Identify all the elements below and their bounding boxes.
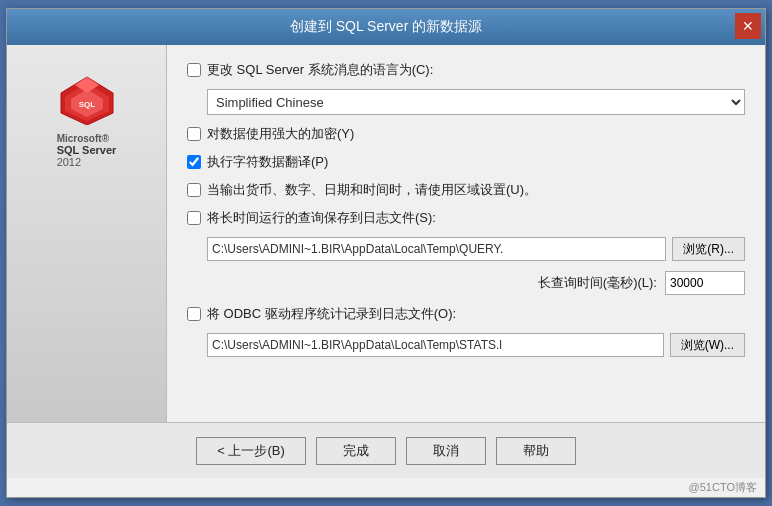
logo-server-label: SQL Server [57,144,117,156]
strong-encryption-row: 对数据使用强大的加密(Y) [187,125,745,143]
finish-button[interactable]: 完成 [316,437,396,465]
logo-sql-label: Microsoft® [57,133,117,144]
browse-w-button[interactable]: 浏览(W)... [670,333,745,357]
close-button[interactable]: ✕ [735,13,761,39]
watermark: @51CTO博客 [7,478,765,497]
strong-encryption-checkbox[interactable] [187,127,201,141]
sidebar: SQL Microsoft® SQL Server 2012 [7,45,167,422]
odbc-stats-log-label[interactable]: 将 ODBC 驱动程序统计记录到日志文件(O): [207,305,456,323]
language-dropdown-row: Simplified Chinese [207,89,745,115]
sqlserver-logo-icon: SQL [57,75,117,125]
sidebar-logo: SQL Microsoft® SQL Server 2012 [57,75,117,168]
odbc-stats-log-row: 将 ODBC 驱动程序统计记录到日志文件(O): [187,305,745,323]
footer: < 上一步(B) 完成 取消 帮助 [7,422,765,478]
long-query-path-input[interactable] [207,237,666,261]
language-change-row: 更改 SQL Server 系统消息的语言为(C): [187,61,745,79]
brand-text: Microsoft® SQL Server 2012 [57,133,117,168]
locale-checkbox[interactable] [187,183,201,197]
locale-row: 当输出货币、数字、日期和时间时，请使用区域设置(U)。 [187,181,745,199]
long-query-log-label[interactable]: 将长时间运行的查询保存到日志文件(S): [207,209,436,227]
timeout-label: 长查询时间(毫秒)(L): [538,274,657,292]
translate-char-row: 执行字符数据翻译(P) [187,153,745,171]
dialog-title: 创建到 SQL Server 的新数据源 [290,18,482,36]
language-change-checkbox[interactable] [187,63,201,77]
dialog-content: SQL Microsoft® SQL Server 2012 更改 SQL Se… [7,45,765,422]
strong-encryption-label[interactable]: 对数据使用强大的加密(Y) [207,125,354,143]
browse-r-button[interactable]: 浏览(R)... [672,237,745,261]
svg-text:SQL: SQL [78,100,95,109]
translate-char-checkbox[interactable] [187,155,201,169]
back-button[interactable]: < 上一步(B) [196,437,306,465]
cancel-button[interactable]: 取消 [406,437,486,465]
odbc-stats-path-row: 浏览(W)... [207,333,745,357]
odbc-stats-log-checkbox[interactable] [187,307,201,321]
long-query-log-row: 将长时间运行的查询保存到日志文件(S): [187,209,745,227]
language-change-label[interactable]: 更改 SQL Server 系统消息的语言为(C): [207,61,433,79]
odbc-stats-path-input[interactable] [207,333,664,357]
translate-char-label[interactable]: 执行字符数据翻译(P) [207,153,328,171]
locale-label[interactable]: 当输出货币、数字、日期和时间时，请使用区域设置(U)。 [207,181,537,199]
dialog-window: 创建到 SQL Server 的新数据源 ✕ SQL Microsoft® SQ… [6,8,766,498]
language-select[interactable]: Simplified Chinese [207,89,745,115]
title-bar: 创建到 SQL Server 的新数据源 ✕ [7,9,765,45]
long-query-log-checkbox[interactable] [187,211,201,225]
timeout-input[interactable] [665,271,745,295]
timeout-row: 长查询时间(毫秒)(L): [207,271,745,295]
long-query-path-row: 浏览(R)... [207,237,745,261]
logo-year-label: 2012 [57,156,117,168]
help-button[interactable]: 帮助 [496,437,576,465]
main-panel: 更改 SQL Server 系统消息的语言为(C): Simplified Ch… [167,45,765,422]
